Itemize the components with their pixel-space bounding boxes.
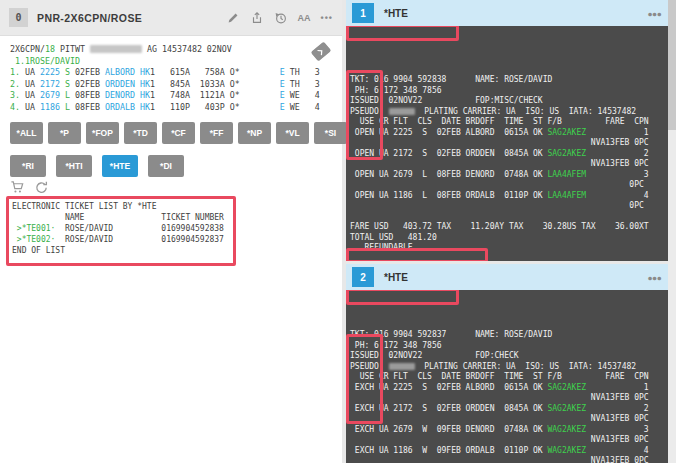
command-button-di[interactable]: *DI — [148, 155, 184, 177]
redacted-text — [90, 45, 142, 53]
command-button-hti[interactable]: *HTI — [56, 155, 92, 177]
workspace-tab-badge[interactable]: 0 — [9, 8, 28, 27]
text-line: NAME TICKET NUMBER — [12, 212, 224, 223]
pnr-panel-header: 0 PNR-2X6CPN/ROSE AA ••• — [0, 0, 342, 36]
command-button-all[interactable]: *ALL — [10, 122, 43, 144]
refresh-icon[interactable] — [34, 180, 49, 195]
redacted-text — [389, 108, 415, 115]
text-line: 1. UA 2225 S 02FEB ALBORD HK1 615A 758A … — [10, 67, 320, 79]
panel-tab[interactable]: 1 — [352, 3, 374, 23]
text-line: TOTAL USD 481.20 — [350, 233, 668, 244]
command-button-ff[interactable]: *FF — [200, 122, 233, 144]
text-line: ISSUED: 02NOV22 FOP:MISC/CHECK — [350, 96, 668, 107]
text-line: NVA13FEB 0PC — [350, 435, 668, 446]
text-line: TKT: 016 9904 592837 NAME: ROSE/DAVID — [350, 330, 668, 341]
command-button-vl[interactable]: *VL — [276, 122, 309, 144]
text-line: EXCH UA 1186 W 09FEB ORDALB 0110P OK WAG… — [350, 446, 668, 457]
text-line: 2X6CPN/18 PITWT AG 14537482 02NOV — [10, 44, 320, 56]
text-line: USE CR FLT CLS DATE BRDOFF TIME ST F/B F… — [350, 372, 668, 383]
annotation-box-ticket-number-1 — [346, 26, 459, 41]
text-line: 3. UA 2679 L 08FEB DENORD HK1 748A 1121A… — [10, 90, 320, 102]
text-line: END OF LIST — [12, 245, 224, 256]
ticket-open-link[interactable]: >*TE002· — [17, 235, 56, 244]
text-line: 4. UA 1186 L 08FEB ORDALB HK1 110P 403P … — [10, 102, 320, 114]
hte-terminal-1: TKT: 016 9904 592838 NAME: ROSE/DAVID PH… — [346, 26, 668, 261]
command-button-si[interactable]: *SI — [314, 122, 347, 144]
panel-title: *HTE — [384, 272, 408, 283]
text-line: NVA13FEB 0PC — [350, 159, 668, 170]
text-line: EXCH UA 2225 S 02FEB ALBORD 0615A OK SAG… — [350, 383, 668, 394]
text-line: OPEN UA 2172 S 02FEB ORDDEN 0845A OK SAG… — [350, 149, 668, 160]
text-line: >*TE001· ROSE/DAVID 0169904592838 — [12, 223, 224, 234]
text-line: FARE USD 403.72 TAX 11.20AY TAX 30.28US … — [350, 222, 668, 233]
export-icon[interactable] — [250, 11, 264, 25]
panel-more-icon[interactable]: ●●● — [648, 10, 662, 17]
panel-more-icon[interactable]: ●●● — [648, 274, 662, 281]
text-line: NVA13FEB 0PC — [350, 393, 668, 404]
command-button-td[interactable]: *TD — [124, 122, 157, 144]
hte-panel-1-header: 1 *HTE ●●● — [346, 0, 668, 26]
command-button-ri[interactable]: *RI — [10, 155, 46, 177]
text-line: OPEN UA 1186 L 08FEB ORDALB 0110P OK LAA… — [350, 191, 668, 202]
electronic-ticket-list: ELECTRONIC TICKET LIST BY *HTE NAME TICK… — [12, 201, 224, 256]
hte-terminal-2: TKT: 016 9904 592837 NAME: ROSE/DAVID PH… — [346, 290, 668, 463]
text-line: PH: 6 172 348 7856 — [350, 86, 668, 97]
text-line: EXCH UA 2172 S 02FEB ORDDEN 0845A OK SAG… — [350, 404, 668, 415]
hte-panel-2-header: 2 *HTE ●●● — [346, 264, 668, 290]
text-line: 1.1ROSE/DAVID — [10, 56, 320, 68]
text-line: OPEN UA 2225 S 02FEB ALBORD 0615A OK SAG… — [350, 128, 668, 139]
hte-panel-2: 2 *HTE ●●● TKT: 016 9904 592837 NAME: RO… — [346, 264, 668, 463]
text-line — [350, 212, 668, 223]
more-icon[interactable]: ••• — [321, 13, 333, 23]
scrollbar-thumb[interactable] — [668, 0, 676, 130]
panel-title: *HTE — [384, 8, 408, 19]
text-line: ELECTRONIC TICKET LIST BY *HTE — [12, 201, 224, 212]
history-icon[interactable] — [274, 11, 288, 25]
text-line: OPEN UA 2679 L 08FEB DENORD 0748A OK LAA… — [350, 170, 668, 181]
text-line: NVA13FEB 0PC — [350, 456, 668, 463]
pnr-title: PNR-2X6CPN/ROSE — [37, 12, 142, 24]
text-line — [350, 254, 668, 262]
hte-panel-1: 1 *HTE ●●● TKT: 016 9904 592838 NAME: RO… — [346, 0, 668, 261]
text-line: 0PC — [350, 201, 668, 212]
command-button-row-1: *ALL*P*FOP*TD*CF*FF*NP*VL*SI — [10, 122, 347, 144]
cart-icon[interactable] — [10, 180, 25, 195]
command-button-hte[interactable]: *HTE — [102, 155, 138, 177]
pnr-panel: 0 PNR-2X6CPN/ROSE AA ••• 2X6CPN/18 PITWT… — [0, 0, 342, 463]
text-line: PSEUDO: PLATING CARRIER: UA ISO: US IATA… — [350, 362, 668, 373]
text-line: REFUNDABLE — [350, 243, 668, 254]
command-button-cf[interactable]: *CF — [162, 122, 195, 144]
scrollbar — [668, 0, 676, 463]
command-button-p[interactable]: *P — [48, 122, 81, 144]
pnr-text: 2X6CPN/18 PITWT AG 14537482 02NOV 1.1ROS… — [10, 44, 320, 113]
annotation-box-ticket-number-2 — [346, 290, 459, 305]
panel-tab[interactable]: 2 — [352, 267, 374, 287]
command-button-fop[interactable]: *FOP — [86, 122, 119, 144]
text-line: NVA13FEB 0PC — [350, 414, 668, 425]
text-line: 2. UA 2172 S 02FEB ORDDEN HK1 845A 1033A… — [10, 79, 320, 91]
redacted-text — [389, 363, 415, 370]
text-line: 0PC — [350, 180, 668, 191]
pnr-footer-toolbar — [10, 180, 49, 195]
text-line: USE CR FLT CLS DATE BRDOFF TIME ST F/B F… — [350, 117, 668, 128]
ticket-open-link[interactable]: >*TE001· — [17, 224, 56, 233]
font-size-icon[interactable]: AA — [298, 13, 311, 23]
text-line: PSEUDO: PLATING CARRIER: UA ISO: US IATA… — [350, 107, 668, 118]
text-line: EXCH UA 2679 W 09FEB DENORD 0748A OK WAG… — [350, 425, 668, 436]
command-button-np[interactable]: *NP — [238, 122, 271, 144]
edit-icon[interactable] — [226, 11, 240, 25]
pnr-toolbar: AA ••• — [226, 11, 333, 25]
text-line: TKT: 016 9904 592838 NAME: ROSE/DAVID — [350, 75, 668, 86]
text-line: PH: 6 172 348 7856 — [350, 341, 668, 352]
text-line: NVA13FEB 0PC — [350, 138, 668, 149]
text-line: ISSUED: 02NOV22 FOP:CHECK — [350, 351, 668, 362]
text-line: >*TE002· ROSE/DAVID 0169904592837 — [12, 234, 224, 245]
command-button-row-2: *RI*HTI*HTE*DI — [10, 155, 184, 177]
